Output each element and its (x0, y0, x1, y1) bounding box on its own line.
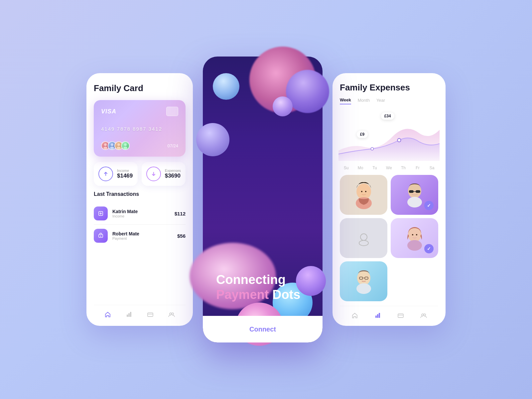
svg-rect-43 (377, 314, 378, 318)
svg-point-10 (100, 236, 101, 237)
nav-bar-1 (94, 305, 186, 319)
svg-point-7 (123, 147, 127, 149)
check-badge-white: ✓ (424, 244, 434, 253)
svg-point-2 (111, 143, 113, 146)
day-we: We (384, 166, 394, 170)
card-avatars (101, 141, 128, 150)
card-bottom: 07/24 (101, 141, 178, 150)
chart-label-34: £34 (381, 112, 394, 120)
nav-home-1[interactable] (103, 310, 112, 319)
person-male-2 (349, 265, 379, 298)
transaction-robert[interactable]: Robert Mate Payment $56 (94, 225, 186, 247)
family-card-title: Family Card (94, 83, 186, 93)
robert-info: Robert Mate Payment (112, 231, 173, 240)
svg-point-36 (407, 240, 422, 251)
card-top: VISA (101, 107, 178, 116)
income-amount: $1469 (117, 173, 133, 179)
screen-connecting: Connecting Payment Dots Connect (203, 57, 323, 342)
nav-chart-3[interactable] (373, 311, 382, 320)
katrin-icon (94, 206, 108, 220)
svg-point-18 (371, 147, 373, 150)
avatar-card-1[interactable] (340, 175, 387, 215)
robert-type: Payment (112, 236, 173, 240)
income-label: Income (117, 169, 133, 173)
svg-point-6 (124, 143, 127, 146)
day-th: Th (398, 166, 408, 170)
day-fr: Fr (413, 166, 423, 170)
avatar-card-5[interactable] (340, 261, 387, 301)
katrin-amount: $112 (175, 211, 186, 216)
avatar-card-3[interactable]: ✓ (391, 175, 438, 215)
check-badge-purple: ✓ (424, 201, 434, 210)
svg-point-33 (410, 230, 419, 240)
connect-button[interactable]: Connect (236, 322, 289, 336)
svg-point-20 (359, 187, 368, 198)
svg-point-41 (356, 283, 371, 294)
svg-point-15 (170, 313, 172, 315)
nav-card-3[interactable] (396, 311, 405, 320)
connecting-line1: Connecting (216, 272, 300, 288)
tab-year[interactable]: Year (376, 98, 385, 104)
expenses-label: Expenses (165, 169, 181, 173)
transactions-title: Last Transactions (94, 191, 186, 197)
transactions-list: Katrin Mate Income $112 Robert Mate Paym… (94, 202, 186, 247)
connecting-line2: Payment Dots (216, 287, 300, 303)
income-stat: Income $1469 (94, 162, 138, 186)
screen-family-expenses: Family Expenses Week Month Year (332, 73, 446, 326)
avatar-card-4[interactable]: ✓ (391, 218, 438, 258)
stats-row: Income $1469 Expenses $3690 (94, 162, 186, 186)
screens-container: Family Card VISA 4149 7878 8987 3412 (86, 57, 446, 342)
tab-week[interactable]: Week (340, 97, 351, 104)
svg-rect-14 (148, 313, 153, 317)
svg-rect-11 (127, 315, 128, 317)
connecting-white2: Dots (272, 288, 300, 302)
robert-name: Robert Mate (112, 231, 173, 236)
svg-rect-13 (130, 312, 131, 317)
svg-rect-29 (414, 191, 416, 192)
svg-point-47 (424, 314, 426, 316)
expenses-icon (146, 167, 161, 181)
family-expenses-title: Family Expenses (340, 82, 438, 93)
card-expiry: 07/24 (167, 143, 178, 148)
connect-button-area: Connect (203, 316, 323, 342)
income-info: Income $1469 (117, 169, 133, 179)
svg-rect-42 (375, 316, 377, 318)
svg-point-1 (103, 147, 107, 149)
tabs-row: Week Month Year (340, 97, 438, 104)
svg-rect-44 (379, 313, 380, 318)
person-female-1 (349, 178, 379, 211)
svg-point-17 (397, 138, 401, 142)
svg-rect-31 (410, 199, 420, 205)
card-chip (166, 107, 178, 116)
katrin-info: Katrin Mate Income (112, 209, 170, 218)
robert-icon (94, 229, 108, 243)
nav-users-1[interactable] (167, 310, 176, 319)
expenses-info: Expenses $3690 (165, 169, 181, 179)
nav-card-1[interactable] (146, 310, 155, 319)
avatar-4 (121, 141, 130, 150)
empty-slot-icon (355, 230, 372, 246)
svg-point-3 (110, 147, 114, 149)
income-icon (98, 167, 113, 181)
svg-rect-27 (409, 190, 414, 193)
avatar-card-2[interactable] (340, 218, 387, 258)
blob-8 (296, 266, 326, 296)
svg-point-0 (104, 143, 107, 146)
card-number: 4149 7878 8987 3412 (101, 126, 178, 132)
nav-home-3[interactable] (350, 311, 359, 320)
nav-chart-1[interactable] (124, 310, 134, 319)
expenses-stat: Expenses $3690 (142, 162, 186, 186)
avatar-grid: ✓ ✓ (340, 175, 438, 301)
blob-3 (213, 73, 239, 100)
svg-point-21 (361, 191, 362, 192)
chart-area: £34 £9 (338, 109, 440, 161)
svg-point-46 (422, 314, 424, 316)
chart-label-9: £9 (357, 131, 368, 138)
credit-card[interactable]: VISA 4149 7878 8987 3412 (94, 100, 186, 157)
transaction-katrin[interactable]: Katrin Mate Income $112 (94, 202, 186, 225)
robert-amount: $56 (177, 233, 186, 239)
svg-point-35 (416, 234, 417, 235)
svg-point-4 (117, 143, 120, 146)
nav-users-3[interactable] (419, 311, 428, 320)
tab-month[interactable]: Month (358, 98, 370, 104)
